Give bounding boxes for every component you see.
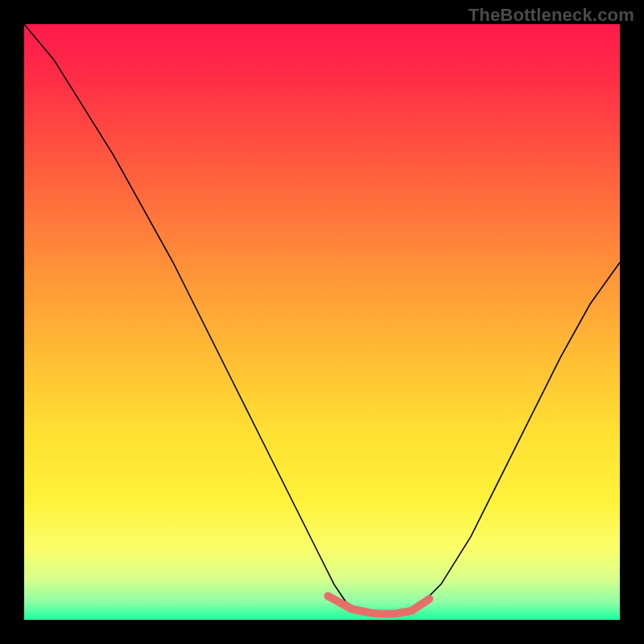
plot-area bbox=[24, 24, 620, 620]
chart-frame: TheBottleneck.com bbox=[0, 0, 644, 644]
watermark-text: TheBottleneck.com bbox=[469, 5, 634, 26]
